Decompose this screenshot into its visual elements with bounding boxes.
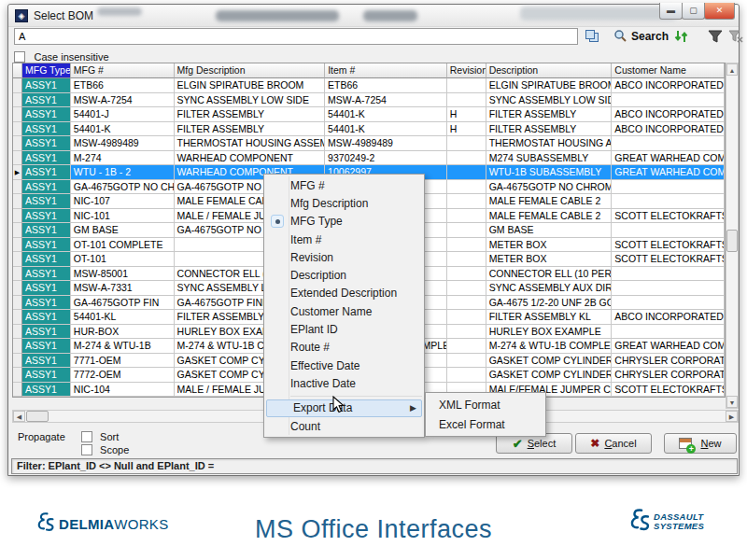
grid-cell[interactable]: SCOTT ELECTOKRAFTS INC <box>612 209 725 224</box>
grid-cell[interactable]: GA-4675GOTP NO CHR <box>71 180 175 195</box>
scope-checkbox[interactable] <box>81 444 92 455</box>
grid-cell[interactable]: ASSY1 <box>22 151 71 166</box>
grid-cell[interactable] <box>612 136 725 151</box>
grid-cell[interactable] <box>447 194 486 209</box>
menu-item[interactable]: Extended Description <box>264 285 424 302</box>
grid-cell[interactable]: ASSY1 <box>22 383 71 398</box>
grid-cell[interactable] <box>612 223 725 238</box>
grid-cell[interactable]: ASSY1 <box>22 223 71 238</box>
column-header[interactable]: MFG # <box>71 63 175 78</box>
menu-item[interactable]: Customer Name <box>264 302 424 320</box>
grid-cell[interactable]: WARHEAD COMPONENT <box>175 151 326 166</box>
grid-cell[interactable] <box>447 252 486 267</box>
grid-cell[interactable]: ABCO INCORPORATED <box>612 78 725 93</box>
row-selector[interactable] <box>13 368 22 383</box>
menu-item[interactable]: MFG # <box>264 176 424 194</box>
grid-cell[interactable]: 54401-K <box>325 122 447 137</box>
grid-cell[interactable] <box>447 281 486 296</box>
grid-cell[interactable]: ASSY1 <box>22 122 71 137</box>
grid-cell[interactable]: SCOTT ELECTOKRAFTS INC <box>612 383 725 398</box>
grid-cell[interactable]: ASSY1 <box>22 296 71 311</box>
grid-cell[interactable] <box>612 180 725 195</box>
row-selector[interactable] <box>13 209 22 224</box>
clear-filter-icon[interactable] <box>727 28 744 45</box>
row-selector[interactable] <box>13 354 22 369</box>
grid-cell[interactable]: GREAT WARHEAD COMPANY <box>612 151 725 166</box>
grid-cell[interactable]: OT-101 COMPLETE <box>71 238 175 253</box>
new-button[interactable]: New <box>664 433 737 454</box>
grid-cell[interactable] <box>447 151 486 166</box>
grid-cell[interactable]: ASSY1 <box>22 107 71 122</box>
minimize-button[interactable]: ▬ <box>659 3 683 20</box>
case-insensitive-checkbox[interactable] <box>14 51 25 63</box>
vscroll-thumb[interactable] <box>726 230 738 252</box>
grid-cell[interactable]: SYNC ASSEMBLY LOW SIDE <box>486 93 613 108</box>
grid-cell[interactable]: H <box>447 122 486 137</box>
menu-item[interactable]: EPlant ID <box>264 320 424 338</box>
grid-cell[interactable]: NIC-104 <box>71 383 175 398</box>
close-button[interactable]: ✕ <box>704 3 735 20</box>
row-selector[interactable] <box>13 223 22 238</box>
grid-cell[interactable]: GM BASE <box>71 223 175 238</box>
row-selector[interactable] <box>13 296 22 311</box>
grid-cell[interactable] <box>447 325 486 340</box>
table-row[interactable]: ASSY154401-JFILTER ASSEMBLY54401-KHFILTE… <box>13 107 725 122</box>
grid-cell[interactable]: SCOTT ELECTOKRAFTS INC <box>612 252 725 267</box>
grid-cell[interactable]: SYNC ASSEMBLY LOW SIDE <box>175 93 326 108</box>
grid-cell[interactable]: THERMOSTAT HOUSING ASSEMBLY <box>175 136 326 151</box>
grid-cell[interactable] <box>447 209 486 224</box>
row-selector[interactable] <box>13 310 22 325</box>
grid-cell[interactable] <box>612 325 725 340</box>
table-row[interactable]: ASSY1MSW-A-7254SYNC ASSEMBLY LOW SIDEMSW… <box>13 93 725 108</box>
grid-cell[interactable]: M274 SUBASSEMBLY <box>486 151 613 166</box>
grid-cell[interactable]: ELGIN SPIRATUBE BROOM 66 <box>486 78 613 93</box>
row-selector[interactable] <box>13 78 22 93</box>
grid-cell[interactable]: 9370249-2 <box>325 151 447 166</box>
row-selector[interactable] <box>13 339 22 354</box>
cancel-button[interactable]: ✖ Cancel <box>575 433 652 454</box>
row-selector[interactable] <box>13 122 22 137</box>
column-header[interactable]: Revision <box>447 63 486 78</box>
grid-cell[interactable]: ETB66 <box>325 78 447 93</box>
grid-cell[interactable]: ELGIN SPIRATUBE BROOM <box>175 78 326 93</box>
row-selector[interactable] <box>13 383 22 398</box>
grid-cell[interactable]: FILTER ASSEMBLY <box>486 107 613 122</box>
grid-cell[interactable]: M-274 <box>71 151 175 166</box>
grid-cell[interactable]: HUR-BOX <box>71 325 175 340</box>
grid-cell[interactable]: FILTER ASSEMBLY <box>175 122 326 137</box>
grid-cell[interactable] <box>612 194 725 209</box>
grid-cell[interactable]: FILTER ASSEMBLY <box>486 122 613 137</box>
menu-item[interactable]: Mfg Description <box>264 194 424 212</box>
sort-checkbox[interactable] <box>81 431 92 442</box>
grid-cell[interactable]: CHRYSLER CORPORATION <box>612 368 725 383</box>
grid-cell[interactable]: 54401-J <box>71 107 175 122</box>
grid-cell[interactable]: MSW-A-7254 <box>71 93 175 108</box>
grid-cell[interactable]: ASSY1 <box>22 93 71 108</box>
grid-cell[interactable]: MSW-A-7254 <box>325 93 447 108</box>
grid-cell[interactable] <box>447 136 486 151</box>
row-selector[interactable] <box>13 151 22 166</box>
grid-cell[interactable]: 54401-K <box>325 107 447 122</box>
current-row-marker[interactable]: ▶ <box>13 165 22 180</box>
row-selector[interactable] <box>13 238 22 253</box>
grid-cell[interactable]: MALE FEMALE CABLE 2 <box>486 209 613 224</box>
grid-cell[interactable]: ASSY1 <box>22 194 71 209</box>
grid-cell[interactable] <box>447 368 486 383</box>
grid-cell[interactable] <box>447 165 486 180</box>
grid-cell[interactable]: MSW-4989489 <box>71 136 175 151</box>
hscroll-thumb[interactable] <box>26 411 49 422</box>
copy-icon[interactable] <box>585 30 599 43</box>
grid-cell[interactable]: MSW-85001 <box>71 267 175 282</box>
grid-cell[interactable]: ABCO INCORPORATED <box>612 310 725 325</box>
scroll-down-icon[interactable]: ▼ <box>726 396 738 408</box>
grid-cell[interactable]: MSW-4989489 <box>325 136 447 151</box>
row-selector[interactable] <box>13 281 22 296</box>
grid-cell[interactable]: GREAT WARHEAD COMPANY <box>612 165 725 180</box>
grid-cell[interactable]: ASSY1 <box>22 136 71 151</box>
grid-cell[interactable]: 7772-OEM <box>71 368 175 383</box>
grid-cell[interactable] <box>612 296 725 311</box>
grid-cell[interactable]: ASSY1 <box>22 165 71 180</box>
grid-cell[interactable]: GM BASE <box>486 223 613 238</box>
grid-cell[interactable]: ASSY1 <box>22 267 71 282</box>
grid-cell[interactable]: WTU-1B SUBASSEMBLY <box>486 165 613 180</box>
